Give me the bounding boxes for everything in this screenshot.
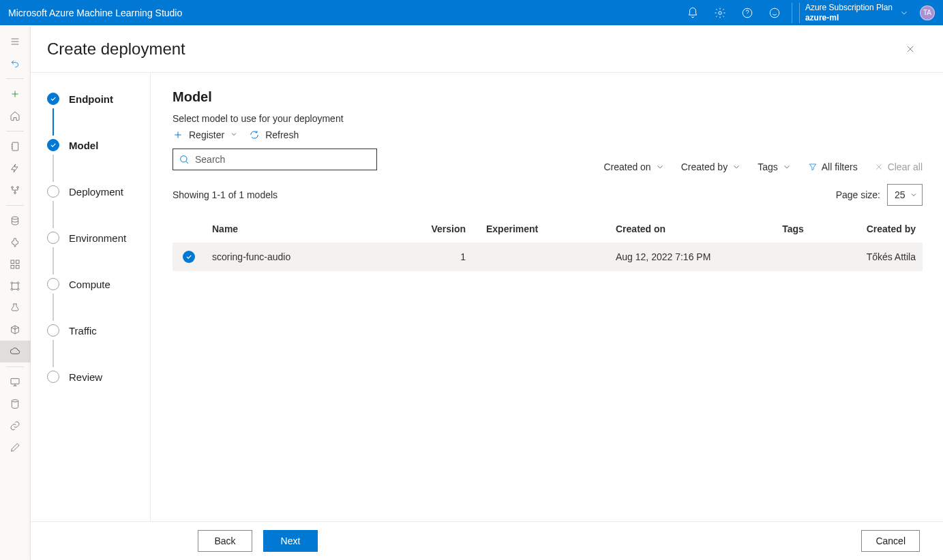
svg-point-2 [770, 8, 779, 18]
feedback-icon[interactable] [762, 0, 788, 25]
step-deployment[interactable]: Deployment [47, 182, 150, 201]
next-button[interactable]: Next [263, 530, 318, 552]
cell-created-on: Aug 12, 2022 7:16 PM [609, 243, 745, 271]
rail-home-icon[interactable] [0, 105, 31, 127]
rail-endpoints-icon[interactable] [0, 341, 31, 362]
col-created-by[interactable]: Created by [841, 215, 923, 243]
table-row[interactable]: scoring-func-audio 1 Aug 12, 2022 7:16 P… [173, 243, 923, 271]
results-bar: Showing 1-1 of 1 models Page size: 25 [173, 184, 923, 206]
page-size-select[interactable]: 25 [887, 184, 923, 206]
svg-rect-8 [11, 260, 14, 264]
step-connector [53, 108, 54, 136]
svg-rect-10 [11, 265, 14, 268]
svg-rect-3 [12, 142, 18, 151]
wizard-stepper: Endpoint Model Deployment Environment Co… [31, 73, 151, 521]
close-button[interactable] [899, 38, 921, 60]
search-input-wrapper[interactable] [173, 149, 377, 170]
section-title: Model [173, 89, 923, 105]
rail-designer-icon[interactable] [0, 179, 31, 201]
cell-experiment [473, 243, 609, 271]
svg-point-17 [12, 400, 18, 402]
svg-point-14 [11, 288, 13, 290]
step-compute[interactable]: Compute [47, 275, 150, 294]
cancel-button[interactable]: Cancel [861, 530, 920, 552]
rail-pipelines-icon[interactable] [0, 275, 31, 297]
avatar[interactable]: TA [920, 5, 935, 20]
filter-tags[interactable]: Tags [758, 161, 792, 172]
step-review[interactable]: Review [47, 367, 150, 386]
refresh-button[interactable]: Refresh [249, 129, 299, 140]
col-version[interactable]: Version [418, 215, 473, 243]
models-table: Name Version Experiment Created on Tags … [173, 215, 923, 271]
model-toolbar: Register Refresh [173, 129, 923, 140]
dialog-body: Endpoint Model Deployment Environment Co… [31, 72, 943, 521]
rail-separator [6, 131, 24, 131]
register-button[interactable]: Register [173, 129, 238, 140]
results-count: Showing 1-1 of 1 models [173, 189, 278, 200]
svg-point-6 [14, 192, 16, 194]
rail-undo-icon[interactable] [0, 52, 31, 74]
col-created-on[interactable]: Created on [609, 215, 745, 243]
cell-created-by: Tőkés Attila [841, 243, 923, 271]
chevron-down-icon [655, 162, 665, 172]
rail-models-icon[interactable] [0, 319, 31, 341]
col-experiment[interactable]: Experiment [473, 215, 609, 243]
help-icon[interactable] [734, 0, 760, 25]
dialog-header: Create deployment [31, 26, 943, 72]
filter-created-by[interactable]: Created by [681, 161, 741, 172]
all-filters-button[interactable]: All filters [808, 161, 858, 172]
chevron-down-icon [732, 162, 741, 172]
rail-menu-icon[interactable] [0, 31, 31, 52]
header-icon-group: Azure Subscription Plan azure-ml TA [680, 0, 935, 25]
rail-components-icon[interactable] [0, 253, 31, 275]
search-input[interactable] [195, 154, 371, 165]
page-size-control: Page size: 25 [836, 184, 923, 206]
app-title: Microsoft Azure Machine Learning Studio [8, 7, 680, 18]
col-tags[interactable]: Tags [745, 215, 841, 243]
step-traffic[interactable]: Traffic [47, 321, 150, 340]
step-environment[interactable]: Environment [47, 228, 150, 247]
svg-point-18 [181, 156, 187, 162]
rail-add-icon[interactable] [0, 83, 31, 105]
svg-point-0 [719, 11, 722, 14]
page-size-label: Page size: [836, 189, 880, 200]
svg-point-4 [12, 187, 14, 189]
step-endpoint[interactable]: Endpoint [47, 89, 150, 108]
svg-point-5 [17, 187, 19, 189]
rail-linked-icon[interactable] [0, 415, 31, 437]
svg-point-15 [17, 288, 19, 290]
rail-jobs-icon[interactable] [0, 232, 31, 253]
filter-bar: Created on Created by Tags All filters [603, 161, 923, 172]
rail-compute-icon[interactable] [0, 371, 31, 393]
filter-created-on[interactable]: Created on [603, 161, 664, 172]
left-rail [0, 25, 31, 560]
row-selected-icon[interactable] [183, 251, 195, 263]
back-button[interactable]: Back [198, 530, 252, 552]
refresh-icon [249, 129, 260, 140]
create-deployment-dialog: Create deployment Endpoint Model Deploym… [31, 25, 943, 560]
dialog-title: Create deployment [47, 40, 899, 59]
chevron-down-icon [782, 162, 792, 172]
settings-icon[interactable] [707, 0, 733, 25]
rail-separator [6, 367, 24, 367]
cell-name: scoring-func-audio [205, 243, 418, 271]
chevron-down-icon [910, 191, 918, 199]
rail-notebooks-icon[interactable] [0, 136, 31, 157]
svg-rect-11 [16, 265, 19, 268]
section-subtitle: Select model to use for your deployment [173, 113, 923, 124]
step-model[interactable]: Model [47, 136, 150, 155]
rail-datastore-icon[interactable] [0, 393, 31, 415]
rail-automl-icon[interactable] [0, 157, 31, 179]
chevron-down-icon [899, 8, 909, 18]
col-name[interactable]: Name [205, 215, 418, 243]
rail-separator [6, 78, 24, 79]
clear-all-button: Clear all [874, 161, 923, 172]
rail-environments-icon[interactable] [0, 297, 31, 319]
rail-data-icon[interactable] [0, 210, 31, 232]
subscription-picker[interactable]: Azure Subscription Plan azure-ml [792, 3, 913, 23]
main-content: Model Select model to use for your deplo… [151, 73, 943, 521]
rail-labeling-icon[interactable] [0, 437, 31, 458]
step-connector [53, 247, 54, 275]
notifications-icon[interactable] [680, 0, 706, 25]
close-icon [874, 162, 884, 172]
